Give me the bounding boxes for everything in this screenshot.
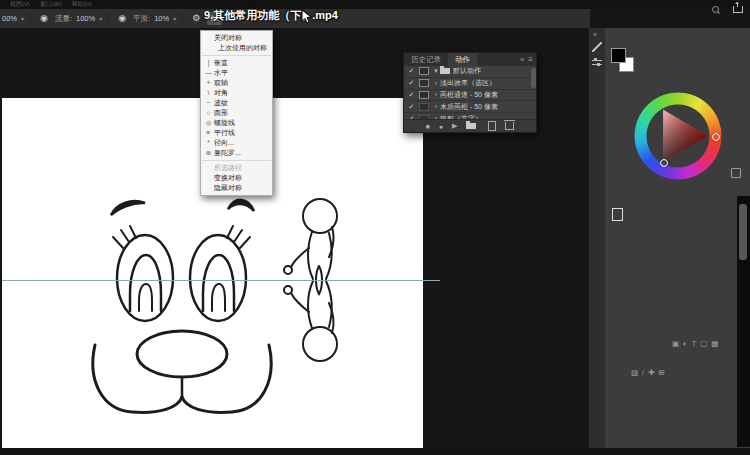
- horizontal-symmetry-axis[interactable]: [2, 280, 440, 281]
- new-action-icon[interactable]: [488, 121, 496, 131]
- action-set-name: 默认动作: [453, 66, 536, 76]
- right-eye: [190, 235, 246, 321]
- folder-icon: [440, 68, 450, 74]
- action-set-row[interactable]: ✓ ▾ 默认动作: [404, 66, 536, 78]
- actions-scrollbar-thumb[interactable]: [531, 68, 536, 88]
- lock-position-icon[interactable]: ✚: [648, 368, 654, 377]
- smoothing-label: 平滑:: [133, 14, 150, 24]
- search-icon[interactable]: [712, 6, 719, 13]
- color-wheel[interactable]: [634, 92, 722, 180]
- foreground-color-swatch[interactable]: [611, 48, 626, 63]
- nose: [137, 331, 227, 377]
- right-eyelashes: [227, 226, 250, 248]
- smoothing-value[interactable]: 10%: [154, 14, 169, 23]
- collapse-panel-icon[interactable]: «: [520, 55, 524, 64]
- menu-item-circle[interactable]: ○圆形: [201, 108, 272, 118]
- vertical-symmetry-icon: |: [204, 58, 213, 68]
- menu-item-mandala[interactable]: ⊛曼陀罗...: [201, 148, 272, 158]
- action-check-icon[interactable]: ✓: [407, 115, 416, 119]
- expand-arrow-icon[interactable]: ▾: [432, 67, 440, 75]
- menu-item-hide-symmetry[interactable]: 隐藏对称: [201, 183, 272, 193]
- divider: [108, 13, 109, 25]
- tab-actions[interactable]: 动作: [448, 53, 477, 66]
- filter-shape-layers-icon[interactable]: ▢: [700, 339, 707, 348]
- figure-top-half: [284, 199, 337, 279]
- paint-symmetry-menu: 关闭对称 上次使用的对称 |垂直 —水平 +双轴 \对角 ~波纹 ○圆形 ◎螺旋…: [200, 30, 273, 196]
- dialog-toggle-icon[interactable]: [419, 91, 429, 99]
- filter-smart-objects-icon[interactable]: ▦: [711, 339, 718, 348]
- divider: [30, 13, 31, 25]
- action-check-icon[interactable]: ✓: [407, 91, 416, 99]
- lock-artboard-icon[interactable]: ⊞: [658, 368, 664, 377]
- expand-arrow-icon[interactable]: ›: [432, 103, 440, 110]
- action-row[interactable]: ✓ › 淡出效果（选区）: [404, 78, 536, 90]
- actions-panel-menu-icon[interactable]: ≡: [528, 55, 533, 64]
- brush-settings-icon[interactable]: [592, 42, 602, 52]
- begin-recording-icon[interactable]: ●: [439, 123, 443, 130]
- action-check-icon[interactable]: ✓: [407, 79, 416, 87]
- expand-arrow-icon[interactable]: ›: [432, 91, 440, 98]
- menu-item-horizontal[interactable]: —水平: [201, 68, 272, 78]
- action-row[interactable]: ✓ › 画框通道 - 50 像素: [404, 90, 536, 102]
- actions-list: ✓ ▾ 默认动作 ✓ › 淡出效果（选区） ✓ › 画框通道 - 50 像素 ✓: [404, 66, 536, 119]
- filter-pixel-layers-icon[interactable]: ▣: [672, 339, 679, 348]
- menu-item-last-used-symmetry[interactable]: 上次使用的对称: [201, 43, 272, 53]
- opacity-value[interactable]: 00%: [2, 14, 17, 23]
- divider: [182, 13, 183, 25]
- horizontal-symmetry-icon: —: [204, 68, 213, 78]
- hue-ring-marker[interactable]: [712, 133, 720, 141]
- menu-help[interactable]: 帮助(H): [72, 0, 92, 9]
- menu-window[interactable]: 窗口(W): [40, 0, 62, 9]
- menu-item-dual-axis[interactable]: +双轴: [201, 78, 272, 88]
- action-name: 木质画框 - 50 像素: [440, 102, 536, 112]
- menu-item-transform-symmetry[interactable]: 变换对称: [201, 173, 272, 183]
- dialog-toggle-icon[interactable]: [419, 79, 429, 87]
- menu-view[interactable]: 视图(V): [10, 0, 30, 9]
- flow-caret-icon[interactable]: ▾: [99, 15, 102, 22]
- smoothing-caret-icon[interactable]: ▾: [173, 15, 176, 22]
- scrollbar-thumb[interactable]: [739, 204, 747, 260]
- stop-playing-icon[interactable]: ■: [426, 123, 430, 130]
- play-selection-icon[interactable]: ▶: [452, 122, 457, 130]
- actions-panel-tabs: 历史记录 动作 « ≡: [404, 53, 536, 66]
- lock-image-pixels-icon[interactable]: /: [642, 368, 644, 377]
- menu-item-spiral[interactable]: ◎螺旋线: [201, 118, 272, 128]
- tab-history[interactable]: 历史记录: [404, 53, 448, 66]
- tool-options-icon[interactable]: [592, 58, 602, 67]
- opacity-caret-icon[interactable]: ▾: [21, 15, 24, 22]
- menu-separator: [202, 160, 271, 161]
- layer-filter-icons: ▣ ◐ T ▢ ▦: [672, 339, 718, 348]
- delete-icon[interactable]: [505, 122, 514, 130]
- new-set-folder-icon[interactable]: [466, 123, 476, 129]
- menu-item-symmetry-off[interactable]: 关闭对称: [201, 33, 272, 43]
- flow-value[interactable]: 100%: [76, 14, 95, 23]
- menu-item-wavy[interactable]: ~波纹: [201, 98, 272, 108]
- filter-adjustment-layers-icon[interactable]: ◐: [683, 339, 688, 348]
- dialog-toggle-icon[interactable]: [419, 103, 429, 111]
- menu-item-radial[interactable]: *径向...: [201, 138, 272, 148]
- filter-type-layers-icon[interactable]: T: [692, 339, 697, 348]
- expand-arrow-icon[interactable]: ›: [432, 115, 440, 119]
- menu-item-diagonal[interactable]: \对角: [201, 88, 272, 98]
- lock-transparent-pixels-icon[interactable]: ▨: [631, 368, 638, 377]
- pressure-opacity-icon[interactable]: ◉: [37, 12, 51, 25]
- color-picker-icon[interactable]: [731, 168, 741, 178]
- action-check-icon[interactable]: ✓: [407, 67, 416, 75]
- smoothing-gear-icon[interactable]: ⚙: [189, 12, 203, 25]
- video-title: 9.其他常用功能（下）.mp4: [204, 8, 338, 23]
- right-panel-column: [605, 28, 750, 448]
- menu-item-parallel-lines[interactable]: ≡平行线: [201, 128, 272, 138]
- expand-arrow-icon[interactable]: ›: [432, 80, 440, 87]
- menu-item-vertical[interactable]: |垂直: [201, 58, 272, 68]
- expand-panels-icon[interactable]: «: [593, 31, 597, 38]
- triangle-marker[interactable]: [660, 159, 668, 167]
- action-row[interactable]: ✓ › 木质画框 - 50 像素: [404, 101, 536, 113]
- share-icon[interactable]: [733, 6, 743, 13]
- dialog-toggle-icon[interactable]: [419, 115, 429, 119]
- right-pupil: [212, 284, 225, 311]
- dialog-toggle-icon[interactable]: [419, 67, 429, 75]
- action-row[interactable]: ✓ › 投影（文字）: [404, 113, 536, 119]
- action-check-icon[interactable]: ✓: [407, 103, 416, 111]
- airbrush-icon[interactable]: ◉: [115, 12, 129, 25]
- panel-scrollbar[interactable]: [737, 196, 750, 447]
